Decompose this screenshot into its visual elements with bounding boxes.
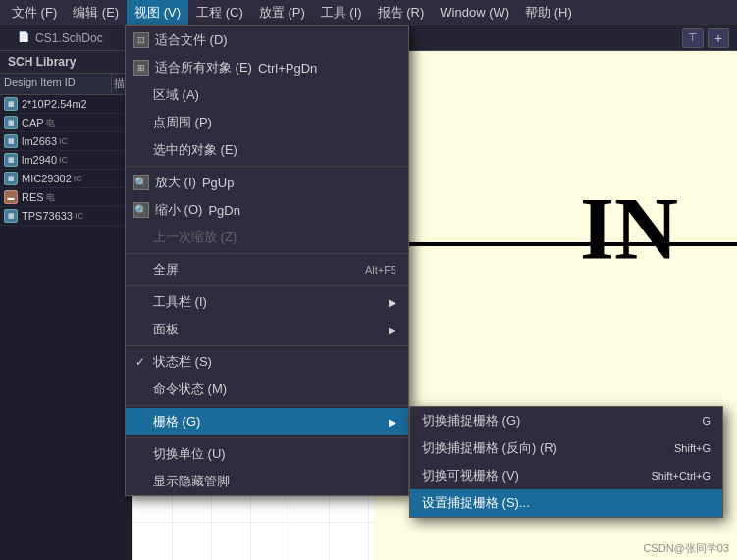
menu-fullscreen[interactable]: 全屏 Alt+F5 <box>126 256 408 283</box>
menu-edit[interactable]: 编辑 (E) <box>65 0 127 25</box>
submenu-toggle-snap-rev-label: 切换捕捉栅格 (反向) (R) <box>422 439 557 457</box>
submenu-toggle-snap[interactable]: 切换捕捉栅格 (G) G <box>410 407 722 434</box>
menu-report[interactable]: 报告 (R) <box>370 0 433 25</box>
submenu-toggle-vis[interactable]: 切换可视栅格 (V) Shift+Ctrl+G <box>410 462 722 489</box>
separator-1 <box>126 166 408 167</box>
menu-area[interactable]: 区域 (A) <box>126 81 408 109</box>
menu-selected[interactable]: 选中的对象 (E) <box>126 136 408 164</box>
zoom-in-icon: 🔍 <box>133 175 149 190</box>
dropdown-overlay: ⊡ 适合文件 (D) ⊞ 适合所有对象 (E) Ctrl+PgDn 区域 (A)… <box>0 25 737 560</box>
menu-toolbar-label: 工具栏 (I) <box>153 293 207 311</box>
menu-fullscreen-label: 全屏 <box>153 261 179 279</box>
menu-selected-label: 选中的对象 (E) <box>153 141 237 159</box>
submenu-toggle-vis-shortcut: Shift+Ctrl+G <box>631 470 711 482</box>
menu-show-pins-label: 显示隐藏管脚 <box>153 473 230 490</box>
fit-doc-icon: ⊡ <box>133 32 149 48</box>
submenu-set-snap[interactable]: 设置捕捉栅格 (S)... <box>410 489 722 517</box>
menu-tools[interactable]: 工具 (I) <box>313 0 370 25</box>
menu-cmdstatus[interactable]: 命令状态 (M) <box>126 376 408 403</box>
menu-zoom-in-shortcut: PgUp <box>202 176 235 190</box>
menu-panel-label: 面板 <box>153 321 179 338</box>
menu-zoom-prev-label: 上一次缩放 (Z) <box>153 229 237 246</box>
menu-switch-unit[interactable]: 切换单位 (U) <box>126 440 408 468</box>
separator-6 <box>126 437 408 438</box>
menu-around-label: 点周围 (P) <box>153 114 212 131</box>
menu-toolbar[interactable]: 工具栏 (I) ▶ <box>126 288 408 316</box>
menu-zoom-out-shortcut: PgDn <box>208 203 240 218</box>
grid-arrow-icon: ▶ <box>389 417 396 428</box>
watermark: CSDN@张同学03 <box>643 541 729 556</box>
menu-statusbar[interactable]: ✓ 状态栏 (S) <box>126 348 408 376</box>
menu-cmdstatus-label: 命令状态 (M) <box>153 381 227 398</box>
submenu-toggle-snap-rev-shortcut: Shift+G <box>655 442 711 454</box>
view-dropdown-menu: ⊡ 适合文件 (D) ⊞ 适合所有对象 (E) Ctrl+PgDn 区域 (A)… <box>125 25 409 496</box>
menu-statusbar-label: 状态栏 (S) <box>153 353 212 371</box>
menubar: 文件 (F) 编辑 (E) 视图 (V) 工程 (C) 放置 (P) 工具 (I… <box>0 0 737 25</box>
panel-arrow-icon: ▶ <box>389 325 396 335</box>
menu-place[interactable]: 放置 (P) <box>251 0 313 25</box>
menu-zoom-in-label: 放大 (I) <box>155 174 196 191</box>
fit-all-icon: ⊞ <box>133 60 149 76</box>
menu-zoom-out[interactable]: 🔍 缩小 (O) PgDn <box>126 196 408 224</box>
menu-zoom-in[interactable]: 🔍 放大 (I) PgUp <box>126 169 408 196</box>
grid-submenu: 切换捕捉栅格 (G) G 切换捕捉栅格 (反向) (R) Shift+G 切换可… <box>409 406 723 518</box>
separator-4 <box>126 345 408 346</box>
menu-show-pins[interactable]: 显示隐藏管脚 <box>126 468 408 495</box>
menu-around[interactable]: 点周围 (P) <box>126 109 408 136</box>
menu-fit-all-label: 适合所有对象 (E) <box>155 59 252 76</box>
menu-zoom-out-label: 缩小 (O) <box>155 201 202 219</box>
menu-grid[interactable]: 栅格 (G) ▶ 切换捕捉栅格 (G) G 切换捕捉栅格 (反向) (R) Sh… <box>126 408 408 435</box>
menu-file[interactable]: 文件 (F) <box>4 0 65 25</box>
menu-grid-label: 栅格 (G) <box>153 413 200 431</box>
menu-fit-all[interactable]: ⊞ 适合所有对象 (E) Ctrl+PgDn <box>126 54 408 81</box>
separator-5 <box>126 405 408 406</box>
menu-view[interactable]: 视图 (V) <box>127 0 188 25</box>
zoom-out-icon: 🔍 <box>133 202 149 218</box>
separator-3 <box>126 285 408 286</box>
menu-area-label: 区域 (A) <box>153 86 199 104</box>
menu-project[interactable]: 工程 (C) <box>188 0 251 25</box>
toolbar-arrow-icon: ▶ <box>389 297 396 308</box>
menu-help[interactable]: 帮助 (H) <box>517 0 580 25</box>
menu-window[interactable]: Window (W) <box>432 0 517 25</box>
menu-switch-unit-label: 切换单位 (U) <box>153 445 226 463</box>
menu-fit-doc-label: 适合文件 (D) <box>155 31 228 49</box>
menu-panel[interactable]: 面板 ▶ <box>126 316 408 343</box>
statusbar-check-icon: ✓ <box>135 355 145 369</box>
menu-fit-all-shortcut: Ctrl+PgDn <box>258 61 317 76</box>
submenu-set-snap-label: 设置捕捉栅格 (S)... <box>422 494 530 512</box>
separator-2 <box>126 253 408 254</box>
submenu-toggle-snap-rev[interactable]: 切换捕捉栅格 (反向) (R) Shift+G <box>410 434 722 462</box>
menu-fullscreen-shortcut: Alt+F5 <box>345 264 396 276</box>
menu-fit-doc[interactable]: ⊡ 适合文件 (D) <box>126 26 408 54</box>
menu-zoom-prev: 上一次缩放 (Z) <box>126 224 408 251</box>
submenu-toggle-snap-label: 切换捕捉栅格 (G) <box>422 412 520 430</box>
submenu-toggle-snap-shortcut: G <box>682 415 711 427</box>
submenu-toggle-vis-label: 切换可视栅格 (V) <box>422 467 519 484</box>
